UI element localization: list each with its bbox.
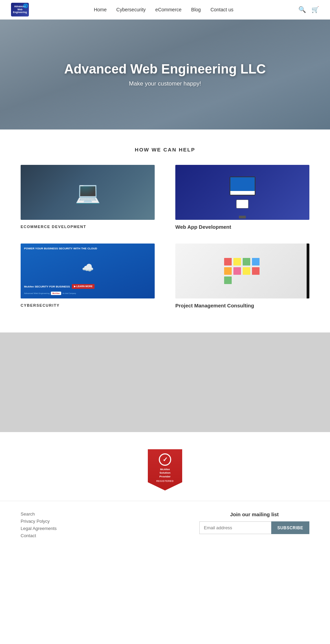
- webapp-label: Web App Development: [175, 224, 231, 230]
- nav-ecommerce[interactable]: eCommerce: [155, 7, 182, 12]
- sticky-note: [252, 258, 260, 265]
- email-input[interactable]: [199, 521, 271, 534]
- mcafee-sub: An Intel Company: [63, 292, 76, 294]
- footer-search-link[interactable]: Search: [21, 511, 57, 517]
- sticky-note: [224, 258, 232, 265]
- grey-section: [0, 332, 330, 432]
- footer-links: Search Privacy Polycy Legal Agreements C…: [21, 511, 57, 538]
- mcafee-badge-line1: Solution: [160, 471, 170, 475]
- nav-cybersecurity[interactable]: Cybersecurity: [116, 7, 146, 12]
- cybersecurity-image: POWER YOUR BUSINESS SECURITY WITH THE CL…: [21, 244, 155, 298]
- footer-content: Search Privacy Polycy Legal Agreements C…: [21, 511, 309, 538]
- sticky-note: [243, 267, 250, 275]
- sticky-note: [224, 276, 232, 284]
- help-item-project[interactable]: Project Management Consulting: [175, 244, 309, 308]
- ecommerce-label: ECOMMERCE DEVELOPMENT: [21, 225, 86, 229]
- help-section: HOW WE CAN HELP ECOMMERCE DEVELOPMENT: [0, 129, 330, 322]
- cyber-card: POWER YOUR BUSINESS SECURITY WITH THE CL…: [21, 244, 155, 298]
- mcafee-badge-registered: REGISTERED: [156, 480, 174, 482]
- sticky-note: [243, 258, 250, 265]
- nav-links: Home Cybersecurity eCommerce Blog Contac…: [94, 7, 233, 12]
- cloud-icon: ☁️: [82, 262, 94, 273]
- logo-image: AdvancedWeb Engineering: [11, 3, 29, 16]
- cyber-brand-name: Advanced Web Engineering: [24, 292, 50, 294]
- webapp-image: [175, 165, 309, 220]
- hero-subtitle: Make your customer happy!: [64, 80, 266, 87]
- project-image: [175, 244, 309, 298]
- help-item-ecommerce[interactable]: ECOMMERCE DEVELOPMENT: [21, 165, 155, 230]
- monitor-stand: [239, 216, 246, 218]
- footer-contact-link[interactable]: Contact: [21, 533, 57, 538]
- navigation: AdvancedWeb Engineering Home Cybersecuri…: [0, 0, 330, 20]
- sticky-notes-container: [220, 254, 265, 288]
- footer-privacy-link[interactable]: Privacy Polycy: [21, 519, 57, 524]
- cyber-security-text: McAfee SECURITY FOR BUSINESS: [24, 285, 70, 288]
- mcafee-check-icon: ✓: [163, 456, 168, 463]
- nav-home[interactable]: Home: [94, 7, 107, 12]
- cybersecurity-label: CYBERSECURITY: [21, 303, 60, 307]
- help-item-webapp[interactable]: Web App Development: [175, 165, 309, 230]
- email-form: SUBSCRIBE: [199, 521, 309, 534]
- help-grid: ECOMMERCE DEVELOPMENT Web App Developmen…: [21, 165, 309, 308]
- cyber-brand: Advanced Web Engineering McAfee An Intel…: [24, 292, 151, 295]
- hero-section: Advanced Web Engineering LLC Make your c…: [0, 20, 330, 129]
- sticky-note: [224, 267, 232, 275]
- nav-contact[interactable]: Contact us: [210, 7, 233, 12]
- nav-blog[interactable]: Blog: [191, 7, 201, 12]
- hero-content: Advanced Web Engineering LLC Make your c…: [64, 62, 266, 87]
- project-label: Project Management Consulting: [175, 303, 254, 308]
- subscribe-button[interactable]: SUBSCRIBE: [271, 521, 309, 534]
- help-heading: HOW WE CAN HELP: [21, 147, 309, 152]
- mcafee-badge-brand: McAfee: [160, 468, 170, 471]
- monitor-screen: [230, 177, 255, 195]
- monitor-mockup: [185, 169, 299, 216]
- mailing-heading: Join our mailing list: [199, 511, 309, 517]
- footer: Search Privacy Polycy Legal Agreements C…: [0, 501, 330, 552]
- footer-legal-link[interactable]: Legal Agreements: [21, 526, 57, 531]
- footer-mailing: Join our mailing list SUBSCRIBE: [199, 511, 309, 534]
- cyber-card-title: POWER YOUR BUSINESS SECURITY WITH THE CL…: [24, 247, 151, 250]
- cart-icon[interactable]: 🛒: [311, 6, 319, 13]
- logo[interactable]: AdvancedWeb Engineering: [11, 3, 29, 16]
- mcafee-badge[interactable]: ✓ McAfee Solution Provider REGISTERED: [148, 449, 182, 490]
- help-item-cybersecurity[interactable]: POWER YOUR BUSINESS SECURITY WITH THE CL…: [21, 244, 155, 308]
- sticky-note: [252, 267, 260, 275]
- nav-actions: 🔍 🛒: [298, 6, 319, 13]
- hero-title: Advanced Web Engineering LLC: [64, 62, 266, 77]
- mcafee-logo-small: McAfee: [51, 292, 61, 295]
- mcafee-badge-line2: Provider: [160, 475, 170, 478]
- sticky-note: [233, 258, 241, 265]
- badge-section: ✓ McAfee Solution Provider REGISTERED: [0, 432, 330, 501]
- ecommerce-image: [21, 165, 155, 220]
- cyber-card-middle: ☁️: [24, 251, 151, 284]
- mcafee-badge-inner: ✓: [159, 453, 171, 466]
- search-icon[interactable]: 🔍: [298, 6, 306, 13]
- sticky-note: [233, 267, 241, 275]
- learn-more-button[interactable]: ▶ LEARN MORE: [72, 284, 95, 289]
